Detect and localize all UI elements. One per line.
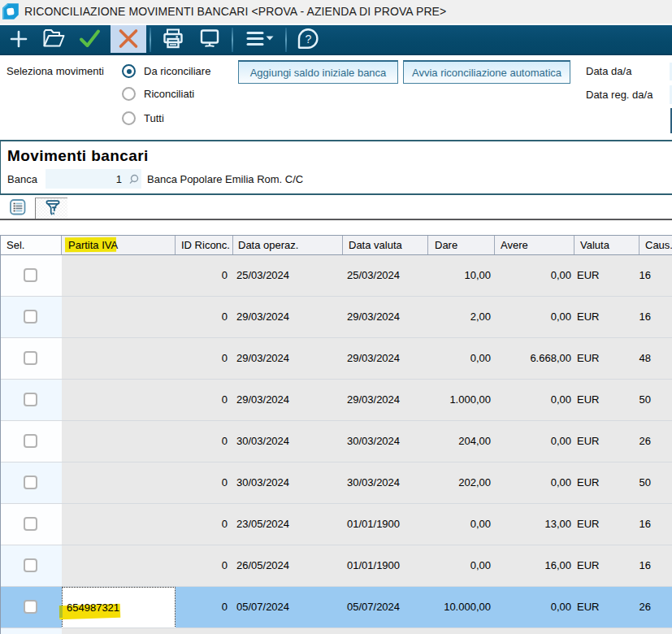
svg-text:?: ? <box>306 33 312 46</box>
